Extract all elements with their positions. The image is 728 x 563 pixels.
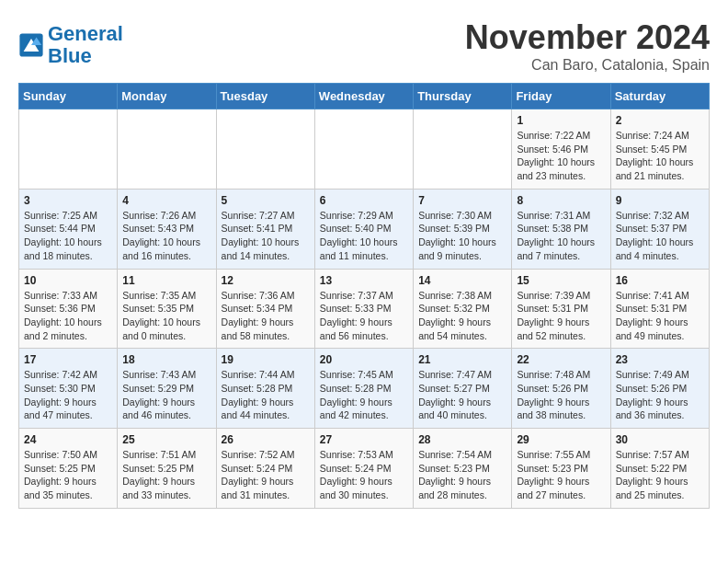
weekday-header-sunday: Sunday bbox=[19, 84, 118, 109]
logo-line1: General bbox=[48, 22, 123, 45]
day-number: 15 bbox=[517, 274, 605, 287]
calendar-table: SundayMondayTuesdayWednesdayThursdayFrid… bbox=[18, 83, 710, 509]
weekday-header-friday: Friday bbox=[512, 84, 610, 109]
day-cell: 29Sunrise: 7:55 AM Sunset: 5:23 PM Dayli… bbox=[512, 429, 610, 509]
day-number: 8 bbox=[517, 194, 605, 207]
day-info: Sunrise: 7:37 AM Sunset: 5:33 PM Dayligh… bbox=[320, 289, 408, 343]
day-cell: 5Sunrise: 7:27 AM Sunset: 5:41 PM Daylig… bbox=[216, 189, 314, 269]
day-number: 17 bbox=[24, 353, 112, 366]
weekday-header-wednesday: Wednesday bbox=[314, 84, 413, 109]
day-cell: 17Sunrise: 7:42 AM Sunset: 5:30 PM Dayli… bbox=[19, 349, 118, 429]
day-info: Sunrise: 7:51 AM Sunset: 5:25 PM Dayligh… bbox=[122, 448, 210, 502]
weekday-header-saturday: Saturday bbox=[610, 84, 709, 109]
day-number: 18 bbox=[122, 353, 210, 366]
day-number: 29 bbox=[517, 433, 605, 446]
day-cell: 19Sunrise: 7:44 AM Sunset: 5:28 PM Dayli… bbox=[216, 349, 314, 429]
day-info: Sunrise: 7:33 AM Sunset: 5:36 PM Dayligh… bbox=[24, 289, 112, 343]
day-info: Sunrise: 7:50 AM Sunset: 5:25 PM Dayligh… bbox=[24, 448, 112, 502]
day-number: 21 bbox=[418, 353, 506, 366]
day-info: Sunrise: 7:31 AM Sunset: 5:38 PM Dayligh… bbox=[517, 209, 605, 263]
day-info: Sunrise: 7:24 AM Sunset: 5:45 PM Dayligh… bbox=[616, 129, 704, 183]
day-number: 28 bbox=[418, 433, 506, 446]
day-cell: 4Sunrise: 7:26 AM Sunset: 5:43 PM Daylig… bbox=[118, 189, 216, 269]
day-info: Sunrise: 7:36 AM Sunset: 5:34 PM Dayligh… bbox=[222, 289, 310, 343]
day-info: Sunrise: 7:39 AM Sunset: 5:31 PM Dayligh… bbox=[517, 289, 605, 343]
day-cell: 11Sunrise: 7:35 AM Sunset: 5:35 PM Dayli… bbox=[118, 269, 216, 349]
day-number: 11 bbox=[122, 274, 210, 287]
day-number: 2 bbox=[616, 114, 704, 127]
week-row-5: 24Sunrise: 7:50 AM Sunset: 5:25 PM Dayli… bbox=[19, 429, 710, 509]
day-info: Sunrise: 7:48 AM Sunset: 5:26 PM Dayligh… bbox=[517, 368, 605, 422]
weekday-header-thursday: Thursday bbox=[414, 84, 512, 109]
day-number: 1 bbox=[517, 114, 605, 127]
header: General Blue November 2024 Can Baro, Cat… bbox=[18, 18, 710, 74]
location-title: Can Baro, Catalonia, Spain bbox=[465, 57, 710, 74]
day-info: Sunrise: 7:57 AM Sunset: 5:22 PM Dayligh… bbox=[616, 448, 704, 502]
logo-line2: Blue bbox=[48, 44, 92, 67]
day-info: Sunrise: 7:30 AM Sunset: 5:39 PM Dayligh… bbox=[418, 209, 506, 263]
weekday-header-tuesday: Tuesday bbox=[216, 84, 314, 109]
day-number: 20 bbox=[320, 353, 408, 366]
day-cell: 25Sunrise: 7:51 AM Sunset: 5:25 PM Dayli… bbox=[118, 429, 216, 509]
day-cell: 27Sunrise: 7:53 AM Sunset: 5:24 PM Dayli… bbox=[314, 429, 413, 509]
day-number: 12 bbox=[222, 274, 310, 287]
day-info: Sunrise: 7:41 AM Sunset: 5:31 PM Dayligh… bbox=[616, 289, 704, 343]
day-cell: 26Sunrise: 7:52 AM Sunset: 5:24 PM Dayli… bbox=[216, 429, 314, 509]
day-cell: 3Sunrise: 7:25 AM Sunset: 5:44 PM Daylig… bbox=[19, 189, 118, 269]
day-info: Sunrise: 7:54 AM Sunset: 5:23 PM Dayligh… bbox=[418, 448, 506, 502]
day-cell bbox=[216, 109, 314, 190]
day-number: 16 bbox=[616, 274, 704, 287]
day-info: Sunrise: 7:52 AM Sunset: 5:24 PM Dayligh… bbox=[222, 448, 310, 502]
day-number: 27 bbox=[320, 433, 408, 446]
day-cell: 1Sunrise: 7:22 AM Sunset: 5:46 PM Daylig… bbox=[512, 109, 610, 190]
logo-icon bbox=[18, 32, 44, 58]
day-cell: 24Sunrise: 7:50 AM Sunset: 5:25 PM Dayli… bbox=[19, 429, 118, 509]
day-number: 6 bbox=[320, 194, 408, 207]
day-number: 7 bbox=[418, 194, 506, 207]
day-cell: 28Sunrise: 7:54 AM Sunset: 5:23 PM Dayli… bbox=[414, 429, 512, 509]
day-cell: 7Sunrise: 7:30 AM Sunset: 5:39 PM Daylig… bbox=[414, 189, 512, 269]
logo-text: General Blue bbox=[48, 23, 123, 67]
day-number: 26 bbox=[222, 433, 310, 446]
weekday-header-monday: Monday bbox=[118, 84, 216, 109]
logo: General Blue bbox=[18, 23, 123, 67]
week-row-2: 3Sunrise: 7:25 AM Sunset: 5:44 PM Daylig… bbox=[19, 189, 710, 269]
day-cell: 23Sunrise: 7:49 AM Sunset: 5:26 PM Dayli… bbox=[610, 349, 709, 429]
day-cell: 2Sunrise: 7:24 AM Sunset: 5:45 PM Daylig… bbox=[610, 109, 709, 190]
day-cell bbox=[118, 109, 216, 190]
day-cell: 12Sunrise: 7:36 AM Sunset: 5:34 PM Dayli… bbox=[216, 269, 314, 349]
day-info: Sunrise: 7:49 AM Sunset: 5:26 PM Dayligh… bbox=[616, 368, 704, 422]
day-info: Sunrise: 7:44 AM Sunset: 5:28 PM Dayligh… bbox=[222, 368, 310, 422]
day-number: 19 bbox=[222, 353, 310, 366]
day-cell bbox=[414, 109, 512, 190]
day-cell bbox=[314, 109, 413, 190]
day-cell bbox=[19, 109, 118, 190]
day-info: Sunrise: 7:47 AM Sunset: 5:27 PM Dayligh… bbox=[418, 368, 506, 422]
day-number: 23 bbox=[616, 353, 704, 366]
title-area: November 2024 Can Baro, Catalonia, Spain bbox=[465, 18, 710, 74]
week-row-1: 1Sunrise: 7:22 AM Sunset: 5:46 PM Daylig… bbox=[19, 109, 710, 190]
day-number: 5 bbox=[222, 194, 310, 207]
day-info: Sunrise: 7:27 AM Sunset: 5:41 PM Dayligh… bbox=[222, 209, 310, 263]
day-number: 9 bbox=[616, 194, 704, 207]
day-cell: 20Sunrise: 7:45 AM Sunset: 5:28 PM Dayli… bbox=[314, 349, 413, 429]
day-info: Sunrise: 7:35 AM Sunset: 5:35 PM Dayligh… bbox=[122, 289, 210, 343]
week-row-3: 10Sunrise: 7:33 AM Sunset: 5:36 PM Dayli… bbox=[19, 269, 710, 349]
day-number: 25 bbox=[122, 433, 210, 446]
day-info: Sunrise: 7:22 AM Sunset: 5:46 PM Dayligh… bbox=[517, 129, 605, 183]
day-cell: 21Sunrise: 7:47 AM Sunset: 5:27 PM Dayli… bbox=[414, 349, 512, 429]
day-number: 24 bbox=[24, 433, 112, 446]
day-cell: 9Sunrise: 7:32 AM Sunset: 5:37 PM Daylig… bbox=[610, 189, 709, 269]
day-cell: 22Sunrise: 7:48 AM Sunset: 5:26 PM Dayli… bbox=[512, 349, 610, 429]
day-cell: 6Sunrise: 7:29 AM Sunset: 5:40 PM Daylig… bbox=[314, 189, 413, 269]
day-number: 3 bbox=[24, 194, 112, 207]
day-number: 22 bbox=[517, 353, 605, 366]
day-info: Sunrise: 7:42 AM Sunset: 5:30 PM Dayligh… bbox=[24, 368, 112, 422]
day-cell: 13Sunrise: 7:37 AM Sunset: 5:33 PM Dayli… bbox=[314, 269, 413, 349]
day-cell: 15Sunrise: 7:39 AM Sunset: 5:31 PM Dayli… bbox=[512, 269, 610, 349]
day-cell: 10Sunrise: 7:33 AM Sunset: 5:36 PM Dayli… bbox=[19, 269, 118, 349]
day-cell: 18Sunrise: 7:43 AM Sunset: 5:29 PM Dayli… bbox=[118, 349, 216, 429]
day-number: 10 bbox=[24, 274, 112, 287]
month-title: November 2024 bbox=[465, 18, 710, 57]
day-info: Sunrise: 7:43 AM Sunset: 5:29 PM Dayligh… bbox=[122, 368, 210, 422]
